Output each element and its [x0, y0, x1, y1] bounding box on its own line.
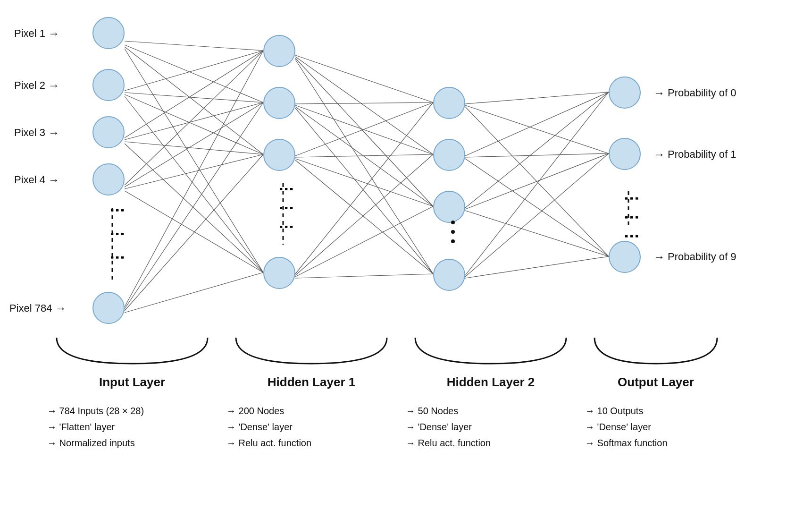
- h1-node-2: [263, 87, 295, 119]
- h2-layer-title: Hidden Layer 2: [406, 375, 576, 390]
- bottom-section: Input Layer Hidden Layer 1 Hidden Layer …: [0, 335, 812, 451]
- prob-1-label: → Probability of 1: [653, 148, 737, 161]
- input-node-1: [92, 17, 125, 49]
- h1-dots-svg: [274, 178, 293, 249]
- svg-line-21: [295, 57, 433, 154]
- output-details: → 10 Outputs → 'Dense' layer → Softmax f…: [576, 403, 717, 451]
- h2-node-1: [433, 87, 465, 119]
- svg-line-16: [125, 51, 263, 307]
- input-dots-svg: [103, 203, 122, 286]
- svg-line-0: [125, 41, 263, 51]
- h2-node-2: [433, 139, 465, 171]
- svg-line-36: [465, 92, 609, 104]
- svg-line-15: [125, 191, 263, 272]
- output-brace-group: [585, 335, 727, 370]
- svg-point-49: [451, 230, 455, 234]
- svg-line-45: [465, 92, 609, 275]
- pixel-2-label: Pixel 2 →: [14, 79, 59, 92]
- h1-brace-svg: [231, 335, 392, 368]
- svg-line-28: [295, 102, 433, 156]
- svg-line-44: [465, 211, 609, 256]
- h2-dots-svg: [444, 215, 462, 253]
- pixel-1-label: Pixel 1 →: [14, 27, 59, 40]
- details-row: → 784 Inputs (28 × 28) → 'Flatten' layer…: [0, 403, 812, 451]
- h1-brace-group: [226, 335, 396, 370]
- h2-brace-svg: [410, 335, 571, 368]
- svg-line-42: [465, 92, 609, 208]
- input-node-3: [92, 116, 125, 148]
- braces-row: [0, 335, 812, 370]
- output-layer-title: Output Layer: [585, 375, 727, 390]
- output-brace-svg: [590, 335, 722, 368]
- svg-line-3: [125, 49, 263, 272]
- svg-line-2: [125, 47, 263, 154]
- svg-line-40: [465, 153, 609, 157]
- pixel-3-label: Pixel 3 →: [14, 126, 59, 139]
- svg-line-43: [465, 153, 609, 209]
- svg-point-50: [451, 239, 455, 243]
- svg-line-17: [125, 102, 263, 309]
- input-node-4: [92, 163, 125, 196]
- input-layer-title: Input Layer: [47, 375, 217, 390]
- output-detail-list: → 10 Outputs → 'Dense' layer → Softmax f…: [585, 403, 717, 451]
- prob-9-label: → Probability of 9: [653, 250, 737, 264]
- svg-line-9: [125, 102, 263, 140]
- svg-line-30: [295, 159, 433, 206]
- prob-0-label: → Probability of 0: [653, 86, 737, 100]
- h2-details: → 50 Nodes → 'Dense' layer → Relu act. f…: [396, 403, 566, 451]
- svg-line-35: [295, 274, 433, 278]
- input-brace-svg: [52, 335, 212, 368]
- h1-details: → 200 Nodes → 'Dense' layer → Relu act. …: [217, 403, 387, 451]
- h2-layer-title-col: Hidden Layer 2: [406, 375, 576, 395]
- svg-line-11: [125, 144, 263, 272]
- input-detail-list: → 784 Inputs (28 × 28) → 'Flatten' layer…: [47, 403, 208, 451]
- svg-line-18: [125, 154, 263, 311]
- h2-brace-group: [406, 335, 576, 370]
- h1-node-4: [263, 257, 295, 289]
- svg-line-10: [125, 142, 263, 154]
- diagram-container: Pixel 1 → Pixel 2 → Pixel 3 → Pixel 4 → …: [0, 0, 812, 510]
- h2-node-4: [433, 259, 465, 291]
- output-node-0: [609, 76, 641, 109]
- input-brace-group: [47, 335, 217, 370]
- h1-node-3: [263, 139, 295, 171]
- svg-line-22: [295, 58, 433, 206]
- svg-line-46: [465, 153, 609, 277]
- h1-detail-list: → 200 Nodes → 'Dense' layer → Relu act. …: [226, 403, 387, 451]
- svg-line-20: [295, 55, 433, 102]
- input-layer-title-col: Input Layer: [47, 375, 217, 395]
- h1-layer-title: Hidden Layer 1: [226, 375, 396, 390]
- output-dots-svg: [619, 187, 638, 234]
- input-details: → 784 Inputs (28 × 28) → 'Flatten' layer…: [38, 403, 208, 451]
- input-node-2: [92, 69, 125, 101]
- h1-node-1: [263, 35, 295, 67]
- svg-line-14: [125, 154, 263, 189]
- output-node-1: [609, 138, 641, 170]
- svg-point-48: [451, 221, 455, 224]
- svg-line-32: [295, 102, 433, 274]
- titles-row: Input Layer Hidden Layer 1 Hidden Layer …: [0, 375, 812, 395]
- h1-layer-title-col: Hidden Layer 1: [226, 375, 396, 395]
- svg-line-41: [465, 159, 609, 256]
- svg-line-19: [125, 272, 263, 313]
- pixel-4-label: Pixel 4 →: [14, 173, 59, 187]
- svg-line-6: [125, 94, 263, 154]
- svg-line-47: [465, 256, 609, 278]
- h2-detail-list: → 50 Nodes → 'Dense' layer → Relu act. f…: [406, 403, 566, 451]
- svg-line-7: [125, 96, 263, 272]
- pixel-784-label: Pixel 784 →: [9, 302, 67, 315]
- svg-line-27: [295, 108, 433, 274]
- svg-line-25: [295, 105, 433, 154]
- svg-line-13: [125, 102, 263, 187]
- svg-line-24: [295, 102, 433, 104]
- input-node-784: [92, 292, 125, 324]
- output-layer-title-col: Output Layer: [585, 375, 727, 395]
